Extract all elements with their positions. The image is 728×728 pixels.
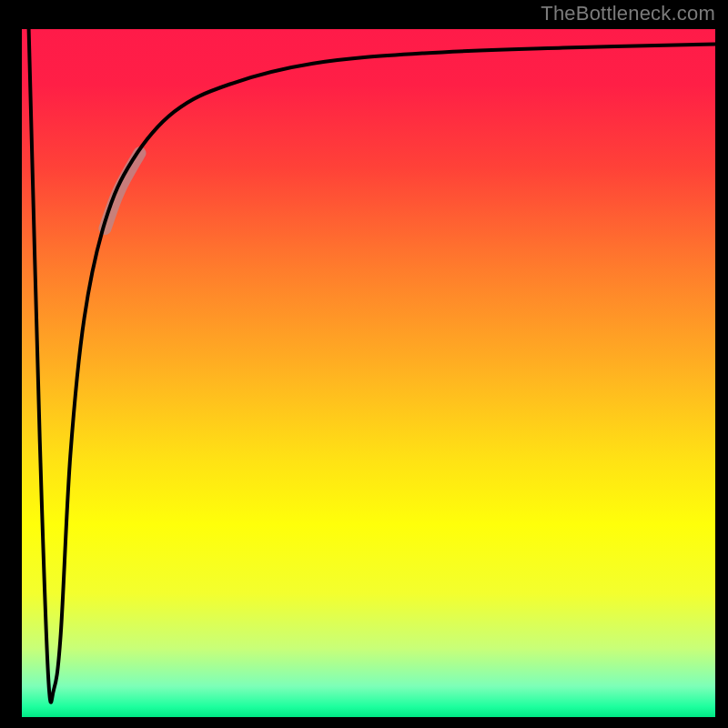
attribution-label: TheBottleneck.com: [541, 2, 715, 25]
plot-area: [22, 29, 715, 717]
chart-stage: TheBottleneck.com: [0, 0, 728, 728]
curve-layer: [22, 29, 715, 717]
main-curve: [29, 29, 715, 703]
highlight-segment: [105, 153, 139, 228]
